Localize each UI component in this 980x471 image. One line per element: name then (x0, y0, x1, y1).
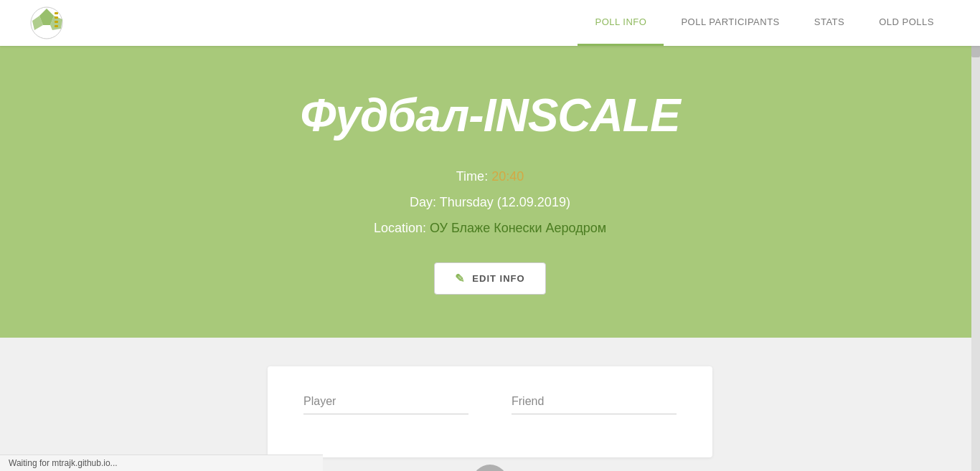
hero-title: Фудбал-INSCALE (300, 89, 679, 142)
player-label: Player (303, 395, 468, 414)
svg-rect-2 (55, 16, 58, 19)
svg-rect-1 (55, 12, 58, 14)
time-value: 20:40 (491, 169, 524, 184)
hero-info: Time: 20:40 Day: Thursday (12.09.2019) L… (374, 163, 606, 241)
location-row: Location: ОУ Блаже Конески Аеродром (374, 215, 606, 241)
player-field: Player (303, 395, 468, 414)
location-value: ОУ Блаже Конески Аеродром (430, 221, 606, 235)
scrollbar[interactable] (971, 0, 980, 471)
time-label: Time: (456, 169, 491, 184)
edit-icon: ✎ (455, 272, 465, 285)
nav-item-stats[interactable]: STATS (797, 0, 862, 46)
svg-rect-3 (55, 21, 58, 23)
time-row: Time: 20:40 (374, 163, 606, 189)
nav-item-poll-participants[interactable]: POLL PARTICIPANTS (664, 0, 796, 46)
player-card: Player Friend (268, 366, 712, 457)
add-player-button[interactable]: + (472, 465, 508, 471)
location-label: Location: (374, 221, 430, 235)
edit-info-label: EDIT INFO (472, 273, 524, 284)
friend-field: Friend (512, 395, 677, 414)
nav-item-old-polls[interactable]: OLD POLLS (862, 0, 951, 46)
navbar: POLL INFO POLL PARTICIPANTS STATS OLD PO… (0, 0, 980, 46)
lower-section: Player Friend + (0, 338, 980, 471)
status-text: Waiting for mtrajk.github.io... (9, 458, 118, 468)
nav-links: POLL INFO POLL PARTICIPANTS STATS OLD PO… (578, 0, 951, 46)
nav-item-poll-info[interactable]: POLL INFO (578, 0, 664, 46)
day-row: Day: Thursday (12.09.2019) (374, 189, 606, 215)
status-bar: Waiting for mtrajk.github.io... (0, 455, 323, 471)
hero-section: Фудбал-INSCALE Time: 20:40 Day: Thursday… (0, 46, 980, 338)
logo[interactable] (29, 5, 65, 41)
svg-rect-4 (55, 25, 58, 27)
edit-info-button[interactable]: ✎ EDIT INFO (434, 262, 545, 295)
player-row: Player Friend (303, 395, 677, 414)
day-value: Thursday (12.09.2019) (440, 195, 570, 209)
day-label: Day: (410, 195, 440, 209)
friend-label: Friend (512, 395, 677, 414)
